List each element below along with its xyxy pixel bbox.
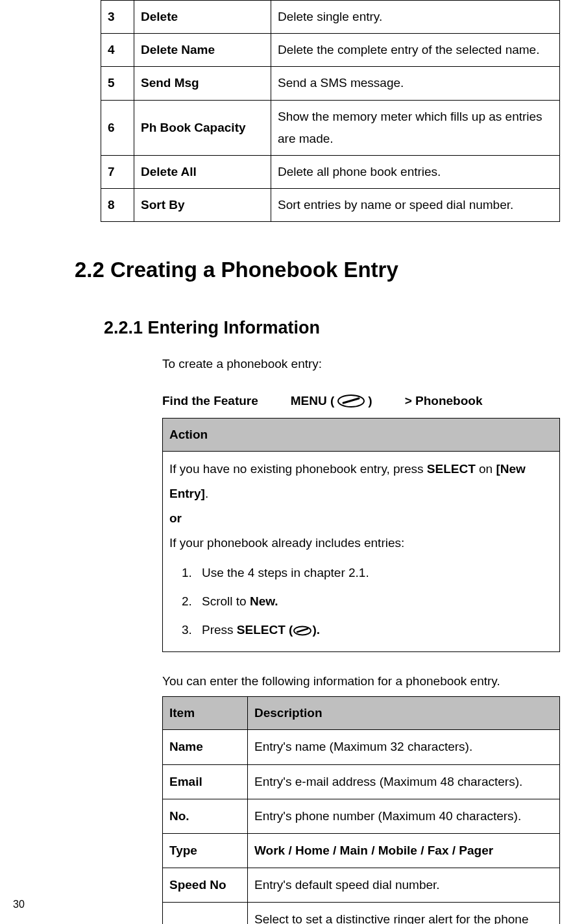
mid-text: You can enter the following information … [162, 672, 534, 691]
softkey-icon-small [293, 626, 312, 636]
action-step3c: ). [312, 623, 320, 637]
desc-cell: Entry's default speed dial number. [248, 868, 560, 902]
action-period1: . [205, 487, 208, 500]
row-desc: Delete single entry. [271, 1, 560, 34]
desc-cell: Select to set a distinctive ringer alert… [248, 902, 560, 924]
row-desc: Delete the complete entry of the selecte… [271, 34, 560, 67]
nav-path: > Phonebook [405, 394, 483, 408]
svg-line-1 [343, 398, 359, 403]
action-step1: Use the 4 steps in chapter 2.1. [195, 561, 553, 585]
table-row: 8Sort BySort entries by name or speed di… [101, 189, 560, 222]
item-cell: Email [163, 764, 248, 799]
desc-cell: Entry's e-mail address (Maximum 48 chara… [248, 764, 560, 799]
find-feature-line: Find the Feature MENU ( ) > Phonebook [162, 394, 554, 408]
action-step1-text: Use the 4 steps in chapter 2.1. [202, 566, 369, 579]
item-header: Item [163, 697, 248, 730]
action-step3b: SELECT ( [237, 623, 293, 637]
table-row: 3DeleteDelete single entry. [101, 1, 560, 34]
desc-header: Description [248, 697, 560, 730]
action-or: or [169, 511, 182, 525]
row-name: Send Msg [134, 67, 271, 100]
row-num: 8 [101, 189, 134, 222]
row-num: 4 [101, 34, 134, 67]
item-cell: Speed No [163, 868, 248, 902]
desc-cell: Work / Home / Main / Mobile / Fax / Page… [248, 833, 560, 868]
row-desc: Show the memory meter which fills up as … [271, 100, 560, 155]
table-row: 6Ph Book CapacityShow the memory meter w… [101, 100, 560, 155]
section-heading-2-2: 2.2 Creating a Phonebook Entry [75, 258, 554, 282]
desc-cell: Entry's phone number (Maximum 40 charact… [248, 799, 560, 833]
row-name: Delete Name [134, 34, 271, 67]
desc-cell: Entry's name (Maximum 32 characters). [248, 730, 560, 764]
menu-prefix: MENU ( [291, 394, 335, 408]
row-num: 5 [101, 67, 134, 100]
row-desc: Sort entries by name or speed dial numbe… [271, 189, 560, 222]
table-row: Ringer IDSelect to set a distinctive rin… [163, 902, 560, 924]
row-name: Ph Book Capacity [134, 100, 271, 155]
table-row: No.Entry's phone number (Maximum 40 char… [163, 799, 560, 833]
action-step3a: Press [202, 623, 237, 637]
table-row: EmailEntry's e-mail address (Maximum 48 … [163, 764, 560, 799]
action-step2b: New. [250, 594, 278, 608]
find-feature-label: Find the Feature [162, 394, 258, 408]
action-header: Action [163, 418, 560, 451]
intro-text: To create a phonebook entry: [162, 354, 534, 374]
item-cell: No. [163, 799, 248, 833]
row-num: 6 [101, 100, 134, 155]
item-cell: Ringer ID [163, 902, 248, 924]
action-select: SELECT [427, 462, 476, 476]
item-cell: Name [163, 730, 248, 764]
row-name: Sort By [134, 189, 271, 222]
row-num: 7 [101, 155, 134, 188]
menu-suffix: ) [368, 394, 372, 408]
row-desc: Send a SMS message. [271, 67, 560, 100]
menu-options-table: 3DeleteDelete single entry.4Delete NameD… [101, 0, 560, 222]
row-desc: Delete all phone book entries. [271, 155, 560, 188]
softkey-icon [337, 394, 365, 408]
table-row: TypeWork / Home / Main / Mobile / Fax / … [163, 833, 560, 868]
row-name: Delete [134, 1, 271, 34]
menu-key-label: MENU ( ) [291, 394, 372, 408]
action-step3: Press SELECT (). [195, 618, 553, 642]
table-row: 4Delete NameDelete the complete entry of… [101, 34, 560, 67]
action-step2a: Scroll to [202, 594, 250, 608]
table-row: Speed NoEntry's default speed dial numbe… [163, 868, 560, 902]
svg-line-3 [297, 629, 308, 632]
row-num: 3 [101, 1, 134, 34]
page-number: 30 [13, 899, 25, 910]
table-row: NameEntry's name (Maximum 32 characters)… [163, 730, 560, 764]
action-table: Action If you have no existing phonebook… [162, 418, 560, 652]
table-row: 7Delete AllDelete all phone book entries… [101, 155, 560, 188]
action-line2: If your phonebook already includes entri… [169, 536, 404, 550]
action-content: If you have no existing phonebook entry,… [163, 451, 560, 651]
item-cell: Type [163, 833, 248, 868]
action-line1b: on [476, 462, 496, 476]
section-heading-2-2-1: 2.2.1 Entering Information [104, 318, 554, 338]
item-description-table: Item Description NameEntry's name (Maxim… [162, 696, 560, 924]
action-step2: Scroll to New. [195, 589, 553, 614]
action-line1a: If you have no existing phonebook entry,… [169, 462, 427, 476]
table-row: 5Send MsgSend a SMS message. [101, 67, 560, 100]
row-name: Delete All [134, 155, 271, 188]
